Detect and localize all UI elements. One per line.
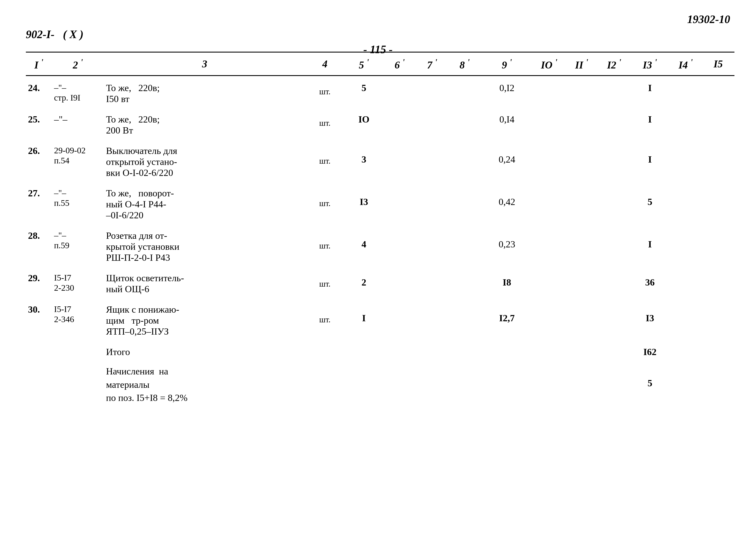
main-table: I ' 2 ' 3 4 5 ' 6 ' 7 ' 8 ' 9 ' IO ' II … (26, 52, 735, 408)
col-header-13: I3 ' (630, 52, 669, 76)
row-28-col6 (383, 224, 416, 266)
row-27-ref: –"–п.55 (52, 181, 104, 224)
row-26-col7 (416, 139, 448, 181)
row-24-col14 (669, 76, 702, 108)
row-29-col6 (383, 266, 416, 297)
itogo-empty-6 (383, 340, 416, 361)
row-25-col5: IO (344, 108, 383, 139)
nacisleniya-empty-5 (344, 361, 383, 408)
nacisleniya-empty-8 (448, 361, 481, 408)
itogo-empty-9 (481, 340, 533, 361)
nacisleniya-empty-6 (383, 361, 416, 408)
nacisleniya-row: Начисления наматериалыпо поз. I5+I8 = 8,… (26, 361, 735, 408)
table-row: 29. I5-I72-230 Щиток осветитель-ный ОЩ-6… (26, 266, 735, 297)
col-header-12: I2 ' (598, 52, 630, 76)
row-28-unit: шт. (305, 224, 344, 266)
itogo-empty-4 (305, 340, 344, 361)
row-27-col7 (416, 181, 448, 224)
row-28-col7 (416, 224, 448, 266)
table-row: 28. –"–п.59 Розетка для от-крытой устано… (26, 224, 735, 266)
itogo-empty-14 (669, 340, 702, 361)
row-29-col8 (448, 266, 481, 297)
col-header-8: 8 ' (448, 52, 481, 76)
row-25-col8 (448, 108, 481, 139)
row-28-col5: 4 (344, 224, 383, 266)
row-30-col15 (702, 297, 735, 340)
row-27-col5: I3 (344, 181, 383, 224)
row-30-col11 (565, 297, 598, 340)
row-25-col9: 0,I4 (481, 108, 533, 139)
row-29-col13: 36 (630, 266, 669, 297)
row-26-col15 (702, 139, 735, 181)
row-25-col13: I (630, 108, 669, 139)
nacisleniya-empty-7 (416, 361, 448, 408)
row-24-col6 (383, 76, 416, 108)
nacisleniya-empty-11 (565, 361, 598, 408)
table-row: 24. –"–стр. I9I То же, 220в;I50 вт шт. 5… (26, 76, 735, 108)
row-29-col11 (565, 266, 598, 297)
itogo-empty-8 (448, 340, 481, 361)
row-28-col8 (448, 224, 481, 266)
doc-number: 19302-10 (687, 13, 730, 26)
row-24-col13: I (630, 76, 669, 108)
row-24-col10 (533, 76, 565, 108)
col-header-7: 7 ' (416, 52, 448, 76)
row-27-col14 (669, 181, 702, 224)
nacisleniya-empty-10 (533, 361, 565, 408)
row-30-col7 (416, 297, 448, 340)
itogo-row: Итого I62 (26, 340, 735, 361)
row-26-col10 (533, 139, 565, 181)
row-30-desc: Ящик с понижаю-щим тр-ромЯТП–0,25–IIУЗ (104, 297, 305, 340)
row-29-desc: Щиток осветитель-ный ОЩ-6 (104, 266, 305, 297)
row-26-col11 (565, 139, 598, 181)
row-26-num: 26. (26, 139, 52, 181)
row-27-col12 (598, 181, 630, 224)
itogo-empty-11 (565, 340, 598, 361)
col-header-14: I4 ' (669, 52, 702, 76)
row-25-col12 (598, 108, 630, 139)
row-30-col10 (533, 297, 565, 340)
row-29-col12 (598, 266, 630, 297)
row-24-desc: То же, 220в;I50 вт (104, 76, 305, 108)
row-27-unit: шт. (305, 181, 344, 224)
row-26-unit: шт. (305, 139, 344, 181)
row-29-col7 (416, 266, 448, 297)
row-30-col13: I3 (630, 297, 669, 340)
row-25-col10 (533, 108, 565, 139)
itogo-label: Итого (104, 340, 305, 361)
nacisleniya-empty-2 (52, 361, 104, 408)
table-row: 27. –"–п.55 То же, поворот-ный О-4-I Р44… (26, 181, 735, 224)
col-header-3: 3 (104, 52, 305, 76)
row-24-col7 (416, 76, 448, 108)
row-28-col14 (669, 224, 702, 266)
row-25-col11 (565, 108, 598, 139)
row-24-col11 (565, 76, 598, 108)
row-26-col5: 3 (344, 139, 383, 181)
row-25-col14 (669, 108, 702, 139)
row-24-num: 24. (26, 76, 52, 108)
row-27-col8 (448, 181, 481, 224)
table-row: 26. 29-09-02п.54 Выключатель дляоткрытой… (26, 139, 735, 181)
itogo-empty-10 (533, 340, 565, 361)
row-24-unit: шт. (305, 76, 344, 108)
row-26-ref: 29-09-02п.54 (52, 139, 104, 181)
nacisleniya-empty-4 (305, 361, 344, 408)
row-28-col15 (702, 224, 735, 266)
itogo-empty-1 (26, 340, 52, 361)
row-25-col6 (383, 108, 416, 139)
row-30-col12 (598, 297, 630, 340)
table-container: I ' 2 ' 3 4 5 ' 6 ' 7 ' 8 ' 9 ' IO ' II … (26, 52, 735, 408)
row-26-col8 (448, 139, 481, 181)
row-24-col5: 5 (344, 76, 383, 108)
itogo-empty-2 (52, 340, 104, 361)
row-25-desc: То же, 220в;200 Вт (104, 108, 305, 139)
header-center: - 115 - (363, 43, 393, 56)
itogo-empty-15 (702, 340, 735, 361)
row-27-col9: 0,42 (481, 181, 533, 224)
row-27-col6 (383, 181, 416, 224)
row-29-col10 (533, 266, 565, 297)
itogo-empty-5 (344, 340, 383, 361)
row-28-col13: I (630, 224, 669, 266)
row-28-col10 (533, 224, 565, 266)
row-27-col11 (565, 181, 598, 224)
